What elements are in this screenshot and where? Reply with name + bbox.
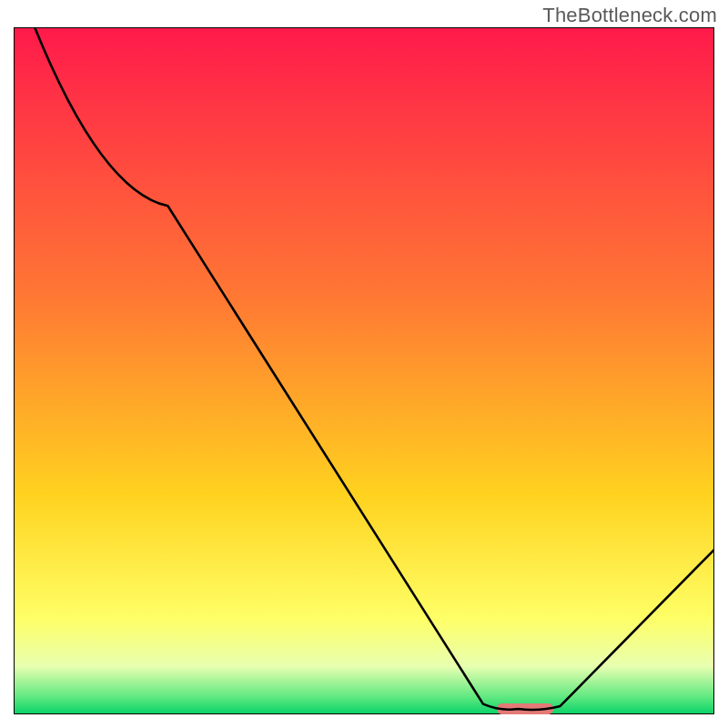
watermark-label: TheBottleneck.com bbox=[542, 4, 717, 27]
gradient-background bbox=[14, 27, 714, 714]
chart-svg bbox=[14, 27, 714, 714]
chart-container: TheBottleneck.com bbox=[0, 0, 728, 728]
bottleneck-chart bbox=[14, 27, 714, 714]
